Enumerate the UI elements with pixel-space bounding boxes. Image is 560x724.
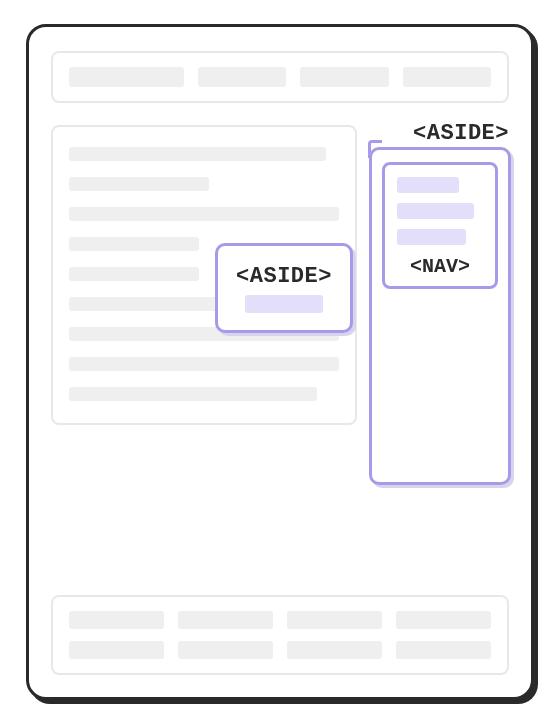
text-line (69, 147, 326, 161)
footer-placeholder (69, 611, 164, 629)
header-placeholder (300, 67, 388, 87)
aside-sidebar-wrapper: <ASIDE> <NAV> (369, 147, 511, 485)
aside-notch-icon (368, 140, 382, 158)
aside-inline: <ASIDE> (215, 243, 353, 333)
footer-row (69, 641, 491, 659)
text-line (69, 267, 199, 281)
text-line (69, 177, 209, 191)
header-placeholder (69, 67, 184, 87)
aside-placeholder (245, 295, 323, 313)
text-line (69, 387, 317, 401)
aside-inline-label: <ASIDE> (236, 264, 332, 289)
nav-item-placeholder (397, 203, 474, 219)
footer-region (51, 595, 509, 675)
footer-placeholder (287, 641, 382, 659)
footer-placeholder (178, 611, 273, 629)
text-line (69, 207, 339, 221)
header-placeholder (198, 67, 286, 87)
page-frame: <ASIDE> <ASIDE> <NAV> (26, 24, 534, 700)
footer-placeholder (396, 611, 491, 629)
footer-placeholder (396, 641, 491, 659)
footer-placeholder (178, 641, 273, 659)
text-line (69, 357, 339, 371)
nav-region: <NAV> (382, 162, 498, 289)
footer-placeholder (69, 641, 164, 659)
text-line (69, 237, 199, 251)
header-placeholder (403, 67, 491, 87)
header-region (51, 51, 509, 103)
footer-placeholder (287, 611, 382, 629)
aside-sidebar-label: <ASIDE> (413, 121, 509, 146)
main-content-region: <ASIDE> (51, 125, 357, 425)
nav-label: <NAV> (397, 255, 483, 278)
nav-item-placeholder (397, 177, 459, 193)
nav-item-placeholder (397, 229, 466, 245)
footer-row (69, 611, 491, 629)
aside-sidebar: <NAV> (369, 147, 511, 485)
